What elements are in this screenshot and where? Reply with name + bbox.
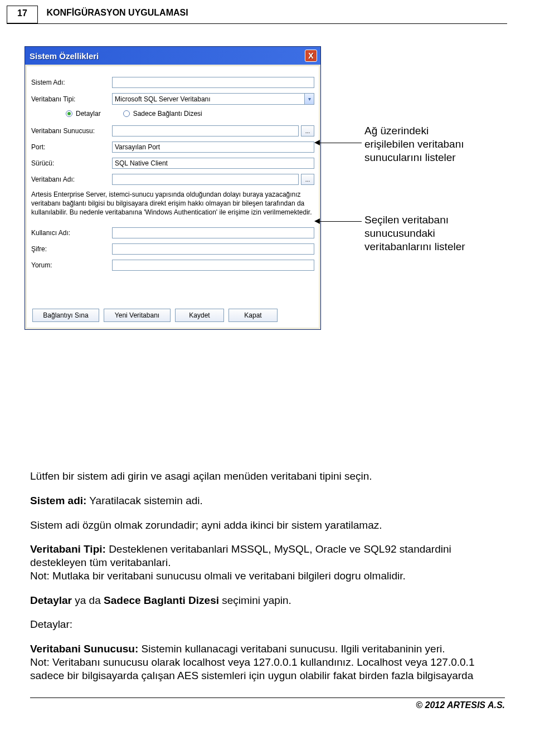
sadece-baglanti-radio[interactable] <box>123 110 130 117</box>
annotation-sunucu: Ağ üzerindeki erişilebilen veritabanı su… <box>364 124 476 164</box>
kullanici-adi-label: Kullanıcı Adı: <box>31 229 112 237</box>
arrow-head-icon <box>314 140 320 145</box>
port-input[interactable] <box>112 142 314 153</box>
sistem-adi-label: Sistem Adı: <box>31 79 112 86</box>
kapat-button[interactable]: Kapat <box>228 309 278 322</box>
dialog-title: Sistem Özellikleri <box>30 51 99 61</box>
paragraph: Veritabani Sunucusu: Sistemin kullanacag… <box>30 642 505 682</box>
arrow-head-icon <box>314 218 320 224</box>
veritabani-sunucusu-input[interactable] <box>112 125 299 136</box>
dialog-titlebar: Sistem Özellikleri X <box>25 47 320 65</box>
sadece-baglanti-radio-label: Sadece Bağlantı Dizesi <box>133 110 202 118</box>
dialog-window: Sistem Özellikleri X Sistem Adı: Veritab… <box>25 46 321 330</box>
detaylar-radio[interactable] <box>66 110 72 117</box>
dialog-info-text: Artesis Enterprise Server, istemci-sunuc… <box>31 190 314 217</box>
close-icon[interactable]: X <box>305 50 317 62</box>
kullanici-adi-input[interactable] <box>112 227 314 238</box>
arrow-line <box>320 143 362 143</box>
yeni-veritabani-button[interactable]: Yeni Veritabanı <box>104 309 171 322</box>
page-number: 17 <box>7 6 38 23</box>
yorum-label: Yorum: <box>31 261 112 269</box>
sifre-input[interactable] <box>112 243 314 255</box>
veritabani-adi-browse-button[interactable]: ... <box>301 174 314 185</box>
veritabani-adi-input[interactable] <box>112 174 299 185</box>
paragraph: Sistem adi: Yaratilacak sistemin adi. <box>30 494 505 508</box>
footer-copyright: © 2012 ARTESIS A.S. <box>0 700 505 710</box>
sifre-label: Şifre: <box>31 245 112 253</box>
detaylar-radio-label: Detaylar <box>76 110 101 118</box>
sistem-adi-input[interactable] <box>112 77 314 88</box>
veritabani-tipi-select[interactable]: Microsoft SQL Server Veritabanı ▾ <box>112 93 314 105</box>
paragraph: Veritabani Tipi: Desteklenen veritabanla… <box>30 543 505 582</box>
veritabani-sunucusu-browse-button[interactable]: ... <box>301 125 314 136</box>
surucu-input[interactable] <box>112 158 314 169</box>
paragraph: Lütfen bir sistem adi girin ve asagi açi… <box>30 470 505 483</box>
paragraph: Detaylar ya da Sadece Baglanti Dizesi se… <box>30 594 505 607</box>
paragraph: Sistem adi özgün olmak zorundadir; ayni … <box>30 519 505 532</box>
body-text: Lütfen bir sistem adi girin ve asagi açi… <box>30 470 505 682</box>
port-label: Port: <box>31 143 112 151</box>
annotation-veritabani: Seçilen veritabanı sunucusundaki veritab… <box>364 213 487 253</box>
page-title: KONFİGÜRASYON UYGULAMASI <box>46 6 188 18</box>
paragraph: Detaylar: <box>30 618 505 631</box>
veritabani-sunucusu-label: Veritabanı Sunucusu: <box>31 127 112 135</box>
chevron-down-icon: ▾ <box>304 94 314 104</box>
kaydet-button[interactable]: Kaydet <box>175 309 224 322</box>
veritabani-tipi-label: Veritabanı Tipi: <box>31 95 112 103</box>
veritabani-adi-label: Veritabanı Adı: <box>31 175 112 183</box>
veritabani-tipi-value: Microsoft SQL Server Veritabanı <box>113 95 304 103</box>
arrow-line <box>320 221 362 222</box>
yorum-input[interactable] <box>112 260 314 271</box>
surucu-label: Sürücü: <box>31 159 112 167</box>
screenshot-figure: Sistem Özellikleri X Sistem Adı: Veritab… <box>25 46 515 470</box>
baglanti-sina-button[interactable]: Bağlantıyı Sına <box>32 309 99 322</box>
